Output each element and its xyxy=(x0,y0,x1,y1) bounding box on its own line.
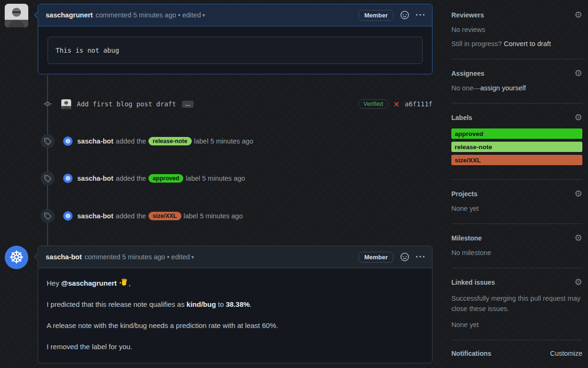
sidebar-label-size-xxl[interactable]: size/XXL xyxy=(451,155,582,165)
commit-expander-button[interactable]: … xyxy=(182,101,194,108)
kubernetes-wheel-icon: ☸ xyxy=(65,213,71,219)
avatar-sascha-bot[interactable]: ☸ xyxy=(63,211,73,221)
prediction-period: . xyxy=(250,300,252,308)
portrait-photo xyxy=(5,4,28,27)
comment-paragraph-prediction: I predicted that this release note quali… xyxy=(47,300,424,308)
comment-caret xyxy=(34,253,38,261)
gear-icon[interactable]: ⚙ xyxy=(574,233,582,242)
sidebar-section-linked-issues: Linked issues ⚙ Successfully merging thi… xyxy=(451,268,582,340)
comment-options-button[interactable] xyxy=(416,253,425,261)
edited-dropdown-icon[interactable]: ▾ xyxy=(202,12,205,18)
event-actor[interactable]: sascha-bot xyxy=(77,175,114,182)
comment-options-button[interactable] xyxy=(416,11,425,19)
commit-message[interactable]: Add first blog post draft xyxy=(77,100,176,108)
smiley-icon xyxy=(400,11,409,19)
avatar-sascha-bot[interactable]: ☸ xyxy=(63,136,73,146)
portrait-photo xyxy=(61,99,71,109)
pull-request-page: saschagrunert commented 5 minutes ago • … xyxy=(0,0,588,368)
customize-notifications-link[interactable]: Customize xyxy=(550,350,583,357)
comment-paragraph-removal: I removed the label for you. xyxy=(47,343,424,351)
labels-title: Labels xyxy=(451,114,472,121)
tag-icon xyxy=(41,171,55,185)
gear-icon[interactable]: ⚙ xyxy=(574,278,582,287)
waving-hand-emoji xyxy=(120,278,129,287)
edited-dropdown-icon[interactable]: ▾ xyxy=(191,254,194,260)
member-badge: Member xyxy=(359,10,393,21)
comment-saschagrunert: saschagrunert commented 5 minutes ago • … xyxy=(38,4,433,74)
assign-yourself-link[interactable]: assign yourself xyxy=(480,84,526,92)
kubernetes-wheel-icon: ☸ xyxy=(9,249,24,266)
draft-hint-text: Still in progress? xyxy=(451,40,504,48)
assignees-title: Assignees xyxy=(451,70,484,77)
event-actor[interactable]: sascha-bot xyxy=(77,212,114,220)
comment-meta: commented 5 minutes ago • edited xyxy=(85,253,190,261)
kebab-horizontal-icon xyxy=(416,253,425,261)
emoji-reaction-button[interactable] xyxy=(400,253,409,261)
verified-badge[interactable]: Verified xyxy=(358,99,388,109)
timeline-event-label-added: ☸ sascha-bot added the size/XXL label 5 … xyxy=(41,209,433,223)
label-pill-size-xxl[interactable]: size/XXL xyxy=(148,212,181,220)
event-actor[interactable]: sascha-bot xyxy=(77,137,114,145)
avatar-saschagrunert[interactable] xyxy=(5,4,28,27)
reviewers-empty: No reviews xyxy=(451,26,582,33)
event-suffix: label 5 minutes ago xyxy=(186,175,245,182)
kubernetes-wheel-icon: ☸ xyxy=(65,175,71,182)
sidebar-label-release-note[interactable]: release-note xyxy=(451,142,582,152)
gear-icon[interactable]: ⚙ xyxy=(574,10,582,19)
projects-title: Projects xyxy=(451,190,477,198)
sidebar-section-milestone: Milestone ⚙ No milestone xyxy=(451,224,582,268)
comment-author[interactable]: sascha-bot xyxy=(46,253,82,261)
convert-to-draft-link[interactable]: Convert to draft xyxy=(504,40,551,48)
commit-hash-link[interactable]: a6f111f xyxy=(405,100,433,108)
sidebar-section-labels: Labels ⚙ approved release-note size/XXL xyxy=(451,104,582,180)
assignees-empty-text: No one— xyxy=(451,84,480,92)
member-badge: Member xyxy=(359,252,393,263)
comment-paragraph-requirement: A release note with the kind/bug needs a… xyxy=(47,321,424,329)
commit-author-avatar[interactable] xyxy=(61,99,71,109)
tag-icon xyxy=(41,134,55,148)
greeting-comma: , xyxy=(129,279,131,287)
comment-paragraph-greeting: Hey @saschagrunert , xyxy=(47,278,424,287)
mention-saschagrunert[interactable]: @saschagrunert xyxy=(61,279,117,287)
tag-icon xyxy=(41,209,55,223)
sidebar-section-reviewers: Reviewers ⚙ No reviews Still in progress… xyxy=(451,10,582,59)
check-failed-x-icon[interactable] xyxy=(392,100,400,108)
comment-author[interactable]: saschagrunert xyxy=(46,11,93,19)
comment-meta: commented 5 minutes ago • edited xyxy=(96,11,201,19)
linked-issues-empty: None yet xyxy=(451,321,582,328)
prediction-rate-value: 38.38% xyxy=(226,300,250,308)
sidebar: Reviewers ⚙ No reviews Still in progress… xyxy=(451,10,582,368)
avatar-sascha-bot-large[interactable]: ☸ xyxy=(5,246,28,269)
linked-issues-description: Successfully merging this pull request m… xyxy=(451,293,582,314)
prediction-text: I predicted that this release note quali… xyxy=(47,300,187,308)
comment-header: saschagrunert commented 5 minutes ago • … xyxy=(38,4,432,26)
label-pill-approved[interactable]: approved xyxy=(148,174,183,183)
sidebar-section-assignees: Assignees ⚙ No one—assign yourself xyxy=(451,59,582,104)
comment-body: Hey @saschagrunert , I predicted that th… xyxy=(38,268,432,368)
gear-icon[interactable]: ⚙ xyxy=(574,69,582,78)
reviewers-title: Reviewers xyxy=(451,11,484,19)
event-action: added the xyxy=(116,137,147,145)
emoji-reaction-button[interactable] xyxy=(400,11,409,19)
event-suffix: label 5 minutes ago xyxy=(194,137,253,145)
prediction-text: to xyxy=(216,300,226,308)
sidebar-label-approved[interactable]: approved xyxy=(451,128,582,139)
avatar-sascha-bot[interactable]: ☸ xyxy=(63,174,73,183)
gear-icon[interactable]: ⚙ xyxy=(574,189,582,198)
timeline-event-label-added: ☸ sascha-bot added the release-note labe… xyxy=(41,134,433,148)
kind-bug-text: kind/bug xyxy=(187,300,216,308)
label-pill-release-note[interactable]: release-note xyxy=(148,137,192,145)
linked-issues-title: Linked issues xyxy=(451,279,495,286)
milestone-empty: No milestone xyxy=(451,249,582,256)
event-suffix: label 5 minutes ago xyxy=(184,212,243,220)
notifications-title: Notifications xyxy=(451,350,491,357)
kubernetes-wheel-icon: ☸ xyxy=(65,138,71,144)
code-block: This is not abug xyxy=(48,37,423,64)
kebab-horizontal-icon xyxy=(416,11,425,19)
comment-sascha-bot: sascha-bot commented 5 minutes ago • edi… xyxy=(38,246,433,363)
gear-icon[interactable]: ⚙ xyxy=(574,113,582,122)
event-action: added the xyxy=(116,175,147,182)
projects-empty: None yet xyxy=(451,205,582,212)
sidebar-section-projects: Projects ⚙ None yet xyxy=(451,180,582,224)
event-action: added the xyxy=(116,212,147,220)
